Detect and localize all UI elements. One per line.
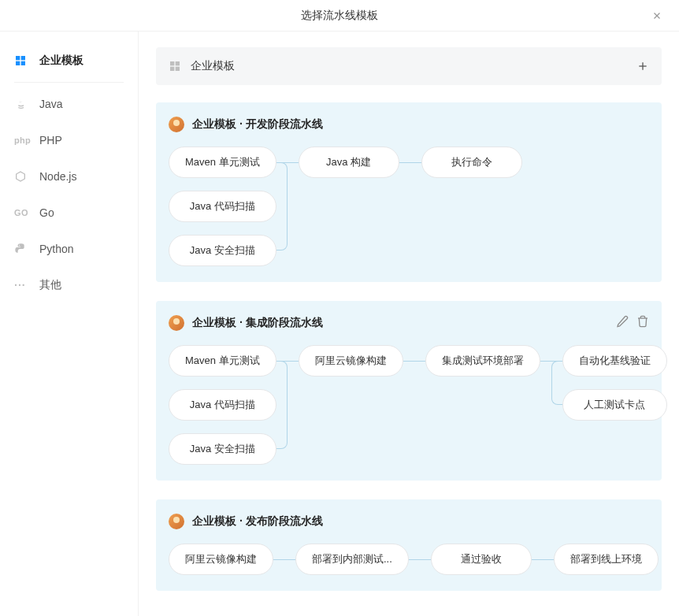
- stage-node[interactable]: 阿里云镜像构建: [299, 345, 403, 377]
- grid-icon: [169, 60, 181, 72]
- grid-icon: [14, 54, 32, 68]
- sidebar-item-label: Python: [39, 243, 74, 255]
- section-header: 企业模板: [156, 47, 662, 85]
- stage-node[interactable]: Java 代码扫描: [169, 389, 276, 421]
- stage-node[interactable]: 部署到线上环境: [554, 544, 659, 575]
- trash-icon: [636, 315, 649, 328]
- sidebar-item-label: PHP: [39, 134, 62, 147]
- template-card[interactable]: 企业模板 · 开发阶段流水线 Maven 单元测试 Java 代码扫描 Java…: [156, 102, 662, 282]
- svg-rect-7: [176, 61, 180, 65]
- python-icon: [14, 242, 32, 256]
- svg-rect-3: [21, 56, 25, 60]
- svg-rect-5: [21, 61, 25, 65]
- php-icon: php: [14, 133, 32, 147]
- content-area: 企业模板 企业模板 · 开发阶段流水线 Maven 单元测试 Java 代码扫描: [139, 32, 679, 616]
- plus-icon: [636, 60, 649, 72]
- sidebar-item-go[interactable]: GO Go: [0, 195, 138, 231]
- edit-button[interactable]: [616, 315, 629, 328]
- stage-node[interactable]: 集成测试环境部署: [425, 345, 540, 377]
- sidebar-item-label: Java: [39, 98, 63, 110]
- modal-title: 选择流水线模板: [301, 9, 378, 23]
- close-icon: [651, 10, 662, 21]
- node-icon: [14, 169, 32, 184]
- stage-node[interactable]: 执行命令: [421, 147, 522, 178]
- sidebar-item-python[interactable]: Python: [0, 231, 138, 267]
- sidebar-item-enterprise[interactable]: 企业模板: [0, 43, 138, 79]
- pencil-icon: [616, 315, 629, 328]
- stage-node[interactable]: Maven 单元测试: [169, 147, 276, 178]
- avatar: [169, 514, 184, 529]
- stage-node[interactable]: Java 代码扫描: [169, 191, 276, 222]
- avatar: [169, 117, 184, 132]
- add-template-button[interactable]: [636, 60, 649, 72]
- go-icon: GO: [14, 206, 32, 220]
- stage-node[interactable]: Java 安全扫描: [169, 433, 276, 465]
- stage-node[interactable]: Java 安全扫描: [169, 235, 276, 266]
- stage-node[interactable]: 人工测试卡点: [562, 389, 667, 421]
- section-title: 企业模板: [191, 59, 235, 73]
- sidebar-item-label: Go: [39, 206, 54, 219]
- sidebar-item-label: Node.js: [39, 170, 76, 183]
- svg-rect-6: [170, 61, 174, 65]
- sidebar-item-label: 企业模板: [39, 54, 83, 68]
- svg-rect-4: [16, 61, 20, 65]
- modal-header: 选择流水线模板: [0, 0, 679, 32]
- avatar: [169, 315, 184, 331]
- template-title: 企业模板 · 开发阶段流水线: [192, 117, 323, 132]
- sidebar-item-php[interactable]: php PHP: [0, 122, 138, 158]
- sidebar-item-java[interactable]: Java: [0, 86, 138, 122]
- stage-node[interactable]: 通过验收: [431, 544, 532, 575]
- stage-node[interactable]: 自动化基线验证: [562, 345, 667, 377]
- sidebar-item-node[interactable]: Node.js: [0, 158, 138, 195]
- close-button[interactable]: [647, 6, 666, 25]
- stage-node[interactable]: 阿里云镜像构建: [169, 544, 273, 575]
- sidebar-item-label: 其他: [39, 278, 61, 292]
- template-card[interactable]: 企业模板 · 发布阶段流水线 阿里云镜像构建 部署到内部测试... 通过验收: [156, 499, 662, 591]
- delete-button[interactable]: [636, 315, 649, 328]
- stage-node[interactable]: Java 构建: [299, 147, 399, 178]
- svg-rect-8: [170, 67, 174, 71]
- dots-icon: ···: [14, 278, 32, 292]
- stage-node[interactable]: Maven 单元测试: [169, 345, 276, 377]
- java-icon: [14, 97, 32, 111]
- template-card[interactable]: 企业模板 · 集成阶段流水线 Maven 单元测试 Java 代码扫描: [156, 301, 662, 481]
- svg-rect-2: [16, 56, 20, 60]
- template-title: 企业模板 · 发布阶段流水线: [192, 514, 323, 529]
- sidebar: 企业模板 Java php PHP Node.js GO Go: [0, 32, 139, 616]
- stage-node[interactable]: 部署到内部测试...: [295, 544, 409, 575]
- svg-rect-9: [176, 67, 180, 71]
- sidebar-item-other[interactable]: ··· 其他: [0, 267, 138, 303]
- template-title: 企业模板 · 集成阶段流水线: [192, 316, 323, 330]
